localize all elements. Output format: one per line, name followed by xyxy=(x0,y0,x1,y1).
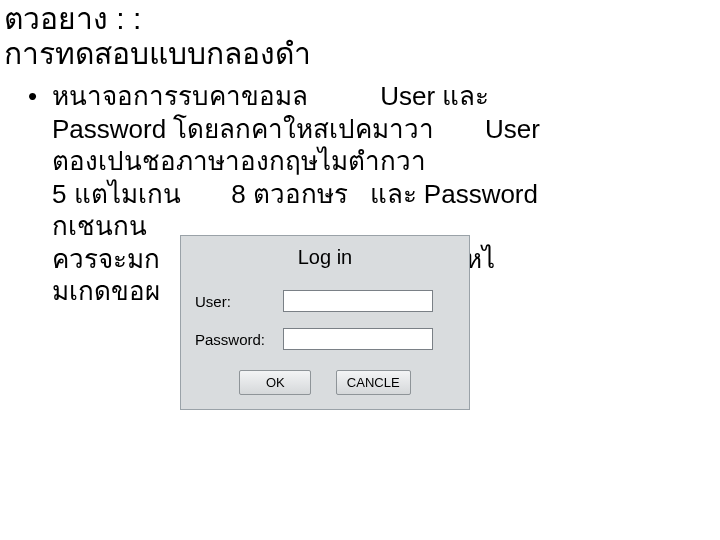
cancel-button[interactable]: CANCLE xyxy=(336,370,411,395)
bullet-line-4: 5 แตไมเกน 8 ตวอกษร และ Password xyxy=(52,179,538,209)
bullet-line-1: หนาจอการรบคาขอมล User และ xyxy=(52,81,489,111)
bullet-dot-icon: • xyxy=(28,80,37,113)
password-label: Password: xyxy=(195,331,283,348)
login-dialog: Log in User: Password: OK CANCLE xyxy=(180,235,470,410)
password-row: Password: xyxy=(195,328,433,350)
slide: ตวอยาง : : การทดสอบแบบกลองดำ • หนาจอการร… xyxy=(0,0,720,540)
bullet-line-5: กเชนกน xyxy=(52,211,147,241)
bullet-line-2: Password โดยลกคาใหสเปคมาวา User xyxy=(52,114,540,144)
title-line-2: การทดสอบแบบกลองดำ xyxy=(4,37,311,72)
title-line-1: ตวอยาง : : xyxy=(4,2,311,37)
slide-title: ตวอยาง : : การทดสอบแบบกลองดำ xyxy=(4,2,311,71)
button-row: OK CANCLE xyxy=(181,370,469,395)
user-label: User: xyxy=(195,293,283,310)
bullet-line-7: มเกดขอผ xyxy=(52,276,160,306)
ok-button[interactable]: OK xyxy=(239,370,311,395)
bullet-line-3: ตองเปนชอภาษาองกฤษไมตำกวา xyxy=(52,146,426,176)
login-title: Log in xyxy=(181,246,469,269)
password-input[interactable] xyxy=(283,328,433,350)
user-row: User: xyxy=(195,290,433,312)
user-input[interactable] xyxy=(283,290,433,312)
